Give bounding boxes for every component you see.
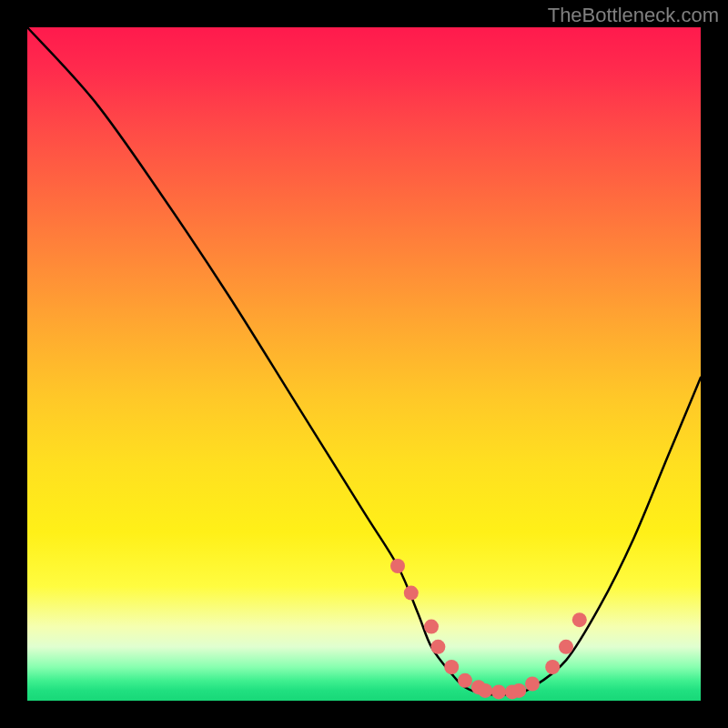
marker-dot: [430, 640, 445, 654]
marker-dot: [559, 640, 573, 654]
marker-dot: [424, 620, 439, 634]
marker-dot: [458, 673, 472, 688]
plot-area: [27, 27, 701, 701]
marker-dot: [404, 586, 419, 601]
marker-dot: [478, 683, 492, 698]
marker-dot: [511, 683, 526, 698]
marker-dot: [545, 660, 560, 674]
marker-dot: [525, 677, 540, 692]
curve-svg: [27, 27, 701, 701]
bottleneck-curve: [27, 27, 701, 695]
marker-dot: [444, 660, 459, 674]
marker-dot: [572, 612, 587, 627]
watermark-text: TheBottleneck.com: [548, 4, 719, 27]
chart-frame: TheBottleneck.com: [0, 0, 728, 728]
highlight-markers: [390, 559, 587, 699]
marker-dot: [390, 559, 405, 573]
marker-dot: [491, 684, 506, 699]
